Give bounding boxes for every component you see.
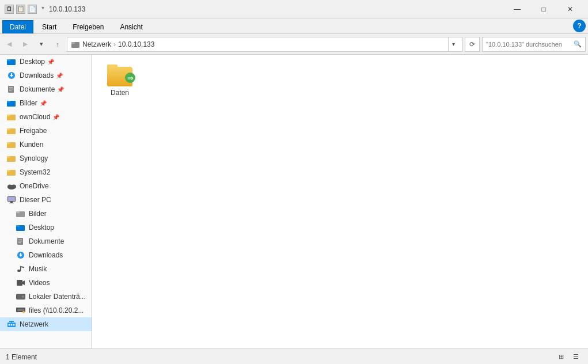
- svg-rect-57: [9, 321, 14, 322]
- pin-icon-4: 📌: [40, 100, 47, 107]
- titlebar: 🗒 📋 📄 ▾ 10.0.10.133 — □ ✕: [0, 0, 588, 18]
- refresh-button[interactable]: ⟳: [465, 37, 480, 52]
- view-grid-button[interactable]: ⊞: [555, 351, 567, 363]
- title-icon-2: 📋: [16, 5, 25, 14]
- sidebar-item-desktop-pinned[interactable]: Desktop 📌: [0, 55, 92, 69]
- sidebar-item-dokumente-pinned[interactable]: Dokumente 📌: [0, 82, 92, 96]
- svg-rect-16: [7, 128, 10, 130]
- pin-icon-3: 📌: [57, 86, 64, 93]
- sidebar-label-freigabe: Freigabe: [20, 127, 47, 135]
- sidebar-item-musik[interactable]: Musik: [0, 262, 92, 276]
- network-folder-icon: ⇒: [106, 63, 134, 86]
- forward-button[interactable]: ▶: [18, 37, 32, 51]
- svg-rect-14: [7, 115, 10, 116]
- content-area: ⇒ Daten: [92, 55, 588, 348]
- sidebar-label-bilder-pc: Bilder: [29, 210, 47, 218]
- sidebar-item-freigabe[interactable]: Freigabe: [0, 124, 92, 138]
- svg-rect-36: [18, 241, 22, 241]
- svg-rect-20: [7, 156, 10, 158]
- sidebar-item-files[interactable]: files (\\10.0.20.2...: [0, 304, 92, 317]
- svg-rect-10: [9, 90, 12, 90]
- drive-icon: [16, 292, 25, 301]
- svg-marker-45: [22, 280, 25, 285]
- sidebar-label-downloads-pinned: Downloads: [20, 71, 54, 79]
- tab-start[interactable]: Start: [35, 20, 64, 33]
- sidebar-item-videos[interactable]: Videos: [0, 276, 92, 290]
- folder-yellow-icon-2: [7, 126, 16, 135]
- search-input[interactable]: [486, 41, 571, 48]
- music-icon: [16, 264, 25, 274]
- title-icon-1: 🗒: [5, 5, 14, 14]
- up-button[interactable]: ↑: [51, 37, 65, 51]
- sidebar-item-downloads-pinned[interactable]: Downloads 📌: [0, 69, 92, 82]
- sidebar-label-dokumente-pinned: Dokumente: [20, 85, 55, 93]
- svg-rect-44: [17, 280, 22, 286]
- sidebar: Desktop 📌 Downloads 📌 Dokumente 📌 Bilder: [0, 55, 92, 348]
- sidebar-item-bilder-pinned[interactable]: Bilder 📌: [0, 96, 92, 110]
- download-icon-2: [16, 251, 25, 260]
- back-button[interactable]: ◀: [2, 37, 16, 51]
- folder-yellow-icon: [7, 112, 16, 122]
- sidebar-label-desktop-pc: Desktop: [29, 223, 54, 232]
- window-title: 10.0.10.133: [49, 5, 504, 13]
- sidebar-label-musik: Musik: [29, 265, 47, 273]
- svg-point-51: [22, 311, 25, 313]
- svg-rect-33: [16, 225, 20, 227]
- sidebar-label-files: files (\\10.0.20.2...: [29, 306, 84, 314]
- help-button[interactable]: ?: [573, 20, 586, 32]
- svg-point-53: [9, 324, 10, 326]
- statusbar: 1 Element ⊞ ☰: [0, 348, 588, 364]
- sidebar-label-videos: Videos: [29, 279, 50, 287]
- sidebar-item-netzwerk[interactable]: Netzwerk: [0, 317, 92, 331]
- sidebar-item-onedrive[interactable]: OneDrive: [0, 179, 92, 193]
- sidebar-label-bilder-pinned: Bilder: [20, 99, 37, 107]
- svg-point-48: [22, 295, 24, 298]
- view-list-button[interactable]: ☰: [570, 351, 582, 363]
- sidebar-item-bilder-pc[interactable]: Bilder: [0, 207, 92, 221]
- pin-icon-2: 📌: [56, 73, 63, 79]
- tab-freigeben[interactable]: Freigeben: [65, 20, 111, 33]
- sidebar-item-desktop-pc[interactable]: Desktop: [0, 221, 92, 234]
- close-button[interactable]: ✕: [557, 0, 583, 18]
- title-icon-3: 📄: [28, 5, 37, 14]
- sidebar-item-lokaler[interactable]: Lokaler Datenträ...: [0, 290, 92, 304]
- sidebar-item-system32[interactable]: System32: [0, 165, 92, 179]
- address-dropdown-button[interactable]: ▾: [448, 37, 458, 51]
- search-icon: 🔍: [574, 40, 582, 48]
- svg-rect-6: [11, 73, 12, 76]
- folder-blue-icon-3: [16, 223, 25, 232]
- folder-blue-icon: [7, 57, 16, 66]
- address-bar[interactable]: Netzwerk › 10.0.10.133 ▾: [67, 37, 462, 52]
- forward-dropdown-button[interactable]: ▾: [35, 37, 48, 51]
- tab-ansicht[interactable]: Ansicht: [112, 20, 150, 33]
- sidebar-item-downloads-pc[interactable]: Downloads: [0, 248, 92, 262]
- address-icon: [71, 40, 80, 49]
- dropdown-arrow[interactable]: ▾: [41, 5, 44, 14]
- doc-icon-2: [16, 237, 25, 246]
- download-icon: [7, 71, 16, 80]
- sidebar-item-kunden[interactable]: Kunden: [0, 138, 92, 151]
- sidebar-label-dokumente-pc: Dokumente: [29, 237, 64, 245]
- network-drive-icon: [16, 306, 25, 315]
- maximize-button[interactable]: □: [530, 0, 557, 18]
- sidebar-item-owncloud[interactable]: ownCloud 📌: [0, 110, 92, 124]
- pin-icon: 📌: [47, 59, 54, 65]
- minimize-button[interactable]: —: [504, 0, 530, 18]
- sidebar-item-dokumente-pc[interactable]: Dokumente: [0, 234, 92, 248]
- search-bar[interactable]: 🔍: [482, 37, 586, 52]
- address-part-ip: 10.0.10.133: [118, 40, 154, 48]
- svg-rect-37: [18, 242, 21, 242]
- sidebar-label-dieser-pc: Dieser PC: [20, 196, 51, 204]
- sidebar-item-dieser-pc[interactable]: Dieser PC: [0, 193, 92, 207]
- window-controls: — □ ✕: [504, 0, 583, 18]
- doc-icon: [7, 85, 16, 94]
- sidebar-label-lokaler: Lokaler Datenträ...: [29, 293, 86, 301]
- ribbon: Datei Start Freigeben Ansicht ?: [0, 18, 588, 34]
- svg-rect-12: [7, 101, 10, 103]
- svg-rect-22: [7, 170, 10, 172]
- sidebar-label-system32: System32: [20, 168, 50, 176]
- content-item-daten[interactable]: ⇒ Daten: [97, 59, 143, 101]
- sidebar-item-synology[interactable]: Synology: [0, 151, 92, 165]
- tab-datei[interactable]: Datei: [2, 20, 33, 33]
- video-icon: [16, 278, 25, 287]
